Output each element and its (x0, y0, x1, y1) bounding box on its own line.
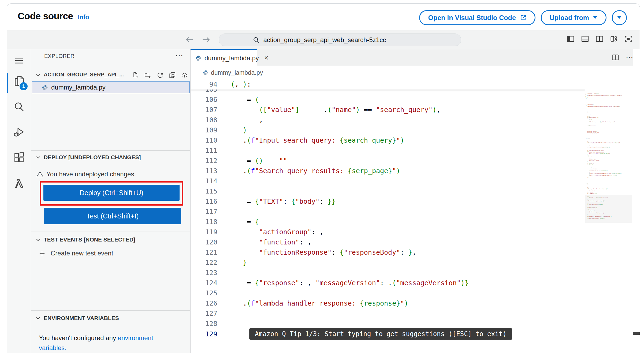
menu-hamburger-icon[interactable] (7, 55, 31, 66)
code-text (227, 268, 585, 278)
activity-bar: 1 (7, 49, 31, 353)
upload-icon[interactable] (181, 72, 188, 79)
minimap-viewport[interactable] (585, 195, 632, 223)
code-line[interactable]: 110 .(f"Input search query: {search_quer… (191, 135, 585, 146)
collapse-all-icon[interactable] (169, 72, 176, 79)
code-line[interactable]: 128 (191, 319, 585, 329)
code-text (227, 288, 585, 298)
code-line[interactable]: 113 .(f"Search query results: {serp_page… (191, 166, 585, 176)
more-actions-dropdown-button[interactable] (612, 10, 627, 25)
code-line[interactable]: Amazon Q Tip 1/3: Start typing to get su… (191, 329, 585, 339)
env-vars-section-header[interactable]: ENVIRONMENT VARIABLES (31, 314, 190, 324)
chevron-down-icon[interactable] (35, 72, 41, 78)
line-number: 117 (191, 207, 217, 217)
split-editor-icon[interactable] (595, 35, 604, 43)
code-line[interactable]: 114 (191, 176, 585, 186)
fullscreen-icon[interactable] (624, 35, 633, 43)
code-area[interactable]: 94 (, ): 105 106 = (107 (["value"] .("na… (191, 79, 585, 353)
code-line[interactable]: 123 (191, 268, 585, 278)
code-text (227, 207, 585, 217)
tree-root-label[interactable]: ACTION_GROUP_SERP_API_... (44, 72, 124, 78)
line-number: 125 (191, 288, 217, 298)
code-line[interactable]: 121 "functionResponse": {"responseBody":… (191, 247, 585, 258)
code-text: .(f"Search query results: {serp_page}") (227, 166, 585, 176)
line-number: 110 (191, 135, 217, 146)
chevron-down-icon[interactable] (35, 315, 41, 321)
chevron-down-icon[interactable] (35, 155, 41, 161)
split-editor-icon[interactable] (611, 53, 619, 61)
new-file-icon[interactable] (132, 72, 139, 79)
file-row-dummy-lambda[interactable]: dummy_lambda.py (32, 81, 190, 93)
amazon-q-tooltip: Amazon Q Tip 1/3: Start typing to get su… (249, 328, 512, 340)
code-text (227, 146, 585, 156)
code-text: = ( (227, 95, 585, 105)
code-line[interactable]: 108 , (191, 115, 585, 125)
back-arrow-icon[interactable] (184, 35, 195, 44)
code-lines: 105 106 = (107 (["value"] .("name") == "… (191, 84, 585, 339)
code-line[interactable]: 120 "function": , (191, 237, 585, 247)
toggle-panel-icon[interactable] (581, 35, 589, 43)
line-number: 106 (191, 95, 217, 105)
customize-layout-icon[interactable] (610, 35, 618, 43)
section-divider (31, 232, 190, 232)
aws-lambda-view-icon[interactable] (7, 177, 31, 189)
code-line[interactable]: 126 .(f"lambda_handler response: {respon… (191, 298, 585, 309)
sticky-scroll-line[interactable]: 94 (, ): (191, 79, 585, 90)
code-line[interactable]: 106 = ( (191, 95, 585, 105)
undeployed-warning-text: You have undeployed changes. (46, 170, 136, 178)
close-tab-icon[interactable]: × (264, 54, 269, 62)
code-text (227, 309, 585, 319)
line-number: 122 (191, 258, 217, 268)
test-button[interactable]: Test (Ctrl+Shift+I) (44, 208, 181, 224)
open-in-vscode-button[interactable]: Open in Visual Studio Code (419, 10, 535, 25)
code-line[interactable]: 127 (191, 309, 585, 319)
code-line[interactable]: 119 "actionGroup": , (191, 227, 585, 237)
code-text: (["value"] .("name") == "search_query"), (227, 105, 585, 115)
create-test-event-button[interactable]: Create new test event (38, 250, 113, 257)
code-line[interactable]: 115 (191, 186, 585, 196)
line-number: 113 (191, 166, 217, 176)
new-folder-icon[interactable] (144, 72, 151, 79)
code-text (227, 176, 585, 186)
env-vars-empty-text: You haven't configured any environment v… (39, 333, 167, 353)
info-link[interactable]: Info (78, 14, 89, 21)
code-line[interactable]: 109 ) (191, 125, 585, 135)
code-line[interactable]: 117 (191, 207, 585, 217)
run-debug-view-icon[interactable] (7, 126, 31, 138)
code-line[interactable]: 111 (191, 146, 585, 156)
go-to-file-search[interactable] (219, 34, 461, 46)
code-text: .(f"Input search query: {search_query}") (227, 135, 585, 146)
search-view-icon[interactable] (7, 101, 31, 113)
code-line[interactable]: 125 (191, 288, 585, 298)
code-line[interactable]: 124 = {"response": , "messageVersion": .… (191, 278, 585, 288)
breadcrumb-item[interactable]: dummy_lambda.py (211, 69, 263, 76)
scrollbar-thumb[interactable] (633, 332, 640, 335)
test-events-section-label: TEST EVENTS [NONE SELECTED] (44, 236, 135, 243)
forward-arrow-icon[interactable] (201, 35, 211, 44)
editor-more-actions-icon[interactable]: ⋯ (626, 53, 633, 62)
explorer-more-actions-icon[interactable]: ⋯ (175, 49, 183, 63)
code-line[interactable]: 112 = () "" (191, 156, 585, 166)
env-vars-plain-text: You haven't configured any (39, 334, 118, 341)
extensions-view-icon[interactable] (7, 152, 31, 164)
search-input[interactable] (263, 36, 427, 44)
python-file-icon (203, 70, 208, 75)
code-line[interactable]: 118 = { (191, 217, 585, 227)
toggle-sidebar-icon[interactable] (566, 35, 575, 43)
unsaved-changes-badge: 1 (19, 82, 28, 91)
explorer-view-icon[interactable]: 1 (7, 75, 31, 87)
upload-from-button[interactable]: Upload from (541, 10, 606, 25)
code-line[interactable]: 107 (["value"] .("name") == "search_quer… (191, 105, 585, 115)
code-line[interactable]: 116 = {"TEXT": {"body": }} (191, 196, 585, 207)
refresh-icon[interactable] (157, 72, 163, 79)
chevron-down-icon[interactable] (35, 237, 41, 243)
code-line[interactable]: 122 } (191, 258, 585, 268)
line-number: 118 (191, 217, 217, 227)
tab-dummy-lambda[interactable]: dummy_lambda.py × (191, 49, 257, 66)
test-events-section-header[interactable]: TEST EVENTS [NONE SELECTED] (31, 236, 190, 245)
tree-section-header[interactable]: ACTION_GROUP_SERP_API_... (31, 70, 190, 81)
line-number: 116 (191, 196, 217, 207)
deploy-button[interactable]: Deploy (Ctrl+Shift+U) (43, 185, 180, 201)
deploy-section-header[interactable]: DEPLOY [UNDEPLOYED CHANGES] (31, 153, 190, 163)
editor-scrollbar[interactable] (633, 49, 640, 353)
